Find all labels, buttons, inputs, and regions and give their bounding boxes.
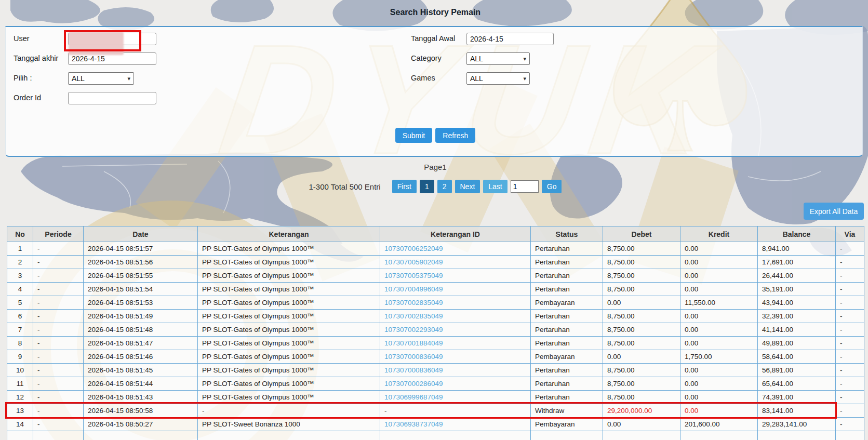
table-row: 8-2026-04-15 08:51:47PP SLOT-Gates of Ol… — [7, 337, 864, 350]
cell-status: Pertaruhan — [531, 391, 603, 404]
keterangan-id-link[interactable]: 107306938737049 — [380, 418, 531, 431]
pagination-page-1-button[interactable]: 1 — [420, 180, 434, 193]
cell-balance: 43,941.00 — [758, 296, 836, 310]
category-select[interactable]: ALL ▾ — [466, 52, 530, 65]
column-header-periode: Periode — [33, 226, 84, 242]
cell-empty — [380, 431, 531, 440]
cell-kredit: 0.00 — [680, 364, 758, 377]
pilih-select[interactable]: ALL ▾ — [68, 72, 134, 85]
cell-kredit: 0.00 — [680, 269, 758, 283]
cell-keterangan: PP SLOT-Gates of Olympus 1000™ — [198, 364, 380, 377]
form-actions: Submit Refresh — [7, 128, 864, 143]
tanggal-awal-input[interactable] — [466, 33, 554, 45]
keterangan-id-link[interactable]: 107307000836049 — [380, 350, 531, 364]
keterangan-id-link[interactable]: 107307006252049 — [380, 242, 531, 256]
cell-via: - — [836, 296, 864, 310]
cell-no: 13 — [7, 404, 33, 418]
cell-via: - — [836, 256, 864, 269]
cell-periode: - — [33, 350, 84, 364]
tanggal-akhir-label: Tanggal akhir — [14, 54, 58, 62]
history-table-body: 1-2026-04-15 08:51:57PP SLOT-Gates of Ol… — [7, 242, 864, 440]
cell-empty — [7, 431, 33, 440]
games-label: Games — [411, 74, 435, 82]
page-title: Search History Pemain — [7, 8, 864, 17]
pagination-next-button[interactable]: Next — [455, 180, 480, 193]
cell-keterangan: PP SLOT-Gates of Olympus 1000™ — [198, 310, 380, 323]
cell-kredit: 0.00 — [680, 391, 758, 404]
cell-debet: 0.00 — [603, 296, 680, 310]
cell-empty — [836, 431, 864, 440]
keterangan-id-link[interactable]: 107307002835049 — [380, 310, 531, 323]
cell-debet: 8,750.00 — [603, 310, 680, 323]
cell-periode: - — [33, 391, 84, 404]
keterangan-id-link[interactable]: 107307000836049 — [380, 364, 531, 377]
keterangan-id-link[interactable]: 107307005375049 — [380, 269, 531, 283]
pagination-page-2-button[interactable]: 2 — [437, 180, 452, 193]
cell-date: 2026-04-15 08:51:57 — [84, 242, 198, 256]
cell-kredit: 11,550.00 — [680, 296, 758, 310]
cell-no: 4 — [7, 283, 33, 296]
cell-balance: 74,391.00 — [758, 391, 836, 404]
pagination-first-button[interactable]: First — [392, 180, 417, 193]
cell-date: 2026-04-15 08:51:46 — [84, 350, 198, 364]
submit-button[interactable]: Submit — [395, 128, 433, 143]
cell-date: 2026-04-15 08:51:47 — [84, 337, 198, 350]
cell-debet: 8,750.00 — [603, 377, 680, 391]
cell-via: - — [836, 337, 864, 350]
cell-keterangan: PP SLOT-Gates of Olympus 1000™ — [198, 256, 380, 269]
cell-debet: 29,200,000.00 — [603, 404, 680, 418]
table-row: 10-2026-04-15 08:51:45PP SLOT-Gates of O… — [7, 364, 864, 377]
keterangan-id-link[interactable]: 107307005902049 — [380, 256, 531, 269]
games-select[interactable]: ALL ▾ — [466, 72, 530, 85]
cell-keterangan_id: - — [380, 404, 531, 418]
keterangan-id-link[interactable]: 107307002293049 — [380, 323, 531, 337]
cell-status: Pertaruhan — [531, 377, 603, 391]
cell-periode: - — [33, 283, 84, 296]
cell-kredit: 1,750.00 — [680, 350, 758, 364]
order-id-label: Order Id — [14, 94, 41, 102]
cell-debet: 8,750.00 — [603, 391, 680, 404]
cell-keterangan: PP SLOT-Gates of Olympus 1000™ — [198, 269, 380, 283]
cell-debet: 8,750.00 — [603, 283, 680, 296]
cell-kredit: 0.00 — [680, 337, 758, 350]
cell-date: 2026-04-15 08:51:54 — [84, 283, 198, 296]
cell-date: 2026-04-15 08:51:49 — [84, 310, 198, 323]
pagination-goto-input[interactable] — [511, 180, 539, 193]
refresh-button[interactable]: Refresh — [435, 128, 475, 143]
pagination-go-button[interactable]: Go — [542, 180, 562, 193]
cell-empty — [84, 431, 198, 440]
table-row: 1-2026-04-15 08:51:57PP SLOT-Gates of Ol… — [7, 242, 864, 256]
cell-keterangan: PP SLOT-Sweet Bonanza 1000 — [198, 418, 380, 431]
keterangan-id-link[interactable]: 107307000286049 — [380, 377, 531, 391]
cell-via: - — [836, 391, 864, 404]
cell-keterangan: PP SLOT-Gates of Olympus 1000™ — [198, 296, 380, 310]
export-all-data-button[interactable]: Export All Data — [804, 203, 864, 220]
cell-periode: - — [33, 377, 84, 391]
cell-kredit: 0.00 — [680, 323, 758, 337]
keterangan-id-link[interactable]: 107306999687049 — [380, 391, 531, 404]
cell-periode: - — [33, 310, 84, 323]
cell-balance: 17,691.00 — [758, 256, 836, 269]
column-header-via: Via — [836, 226, 864, 242]
cell-keterangan: PP SLOT-Gates of Olympus 1000™ — [198, 350, 380, 364]
cell-status: Pembayaran — [531, 350, 603, 364]
cell-periode: - — [33, 337, 84, 350]
pagination-last-button[interactable]: Last — [483, 180, 507, 193]
pilih-label: Pilih : — [14, 74, 32, 82]
order-id-input[interactable] — [68, 92, 156, 104]
cell-status: Withdraw — [531, 404, 603, 418]
cell-status: Pembayaran — [531, 418, 603, 431]
cell-no: 6 — [7, 310, 33, 323]
cell-balance: 8,941.00 — [758, 242, 836, 256]
cell-no: 5 — [7, 296, 33, 310]
page-indicator: Page1 — [7, 163, 864, 171]
cell-empty — [531, 431, 603, 440]
keterangan-id-link[interactable]: 107307001884049 — [380, 337, 531, 350]
cell-debet: 8,750.00 — [603, 364, 680, 377]
keterangan-id-link[interactable]: 107307004996049 — [380, 283, 531, 296]
cell-keterangan: PP SLOT-Gates of Olympus 1000™ — [198, 283, 380, 296]
keterangan-id-link[interactable]: 107307002835049 — [380, 296, 531, 310]
cell-no: 1 — [7, 242, 33, 256]
table-row-partial — [7, 431, 864, 440]
cell-debet: 0.00 — [603, 350, 680, 364]
